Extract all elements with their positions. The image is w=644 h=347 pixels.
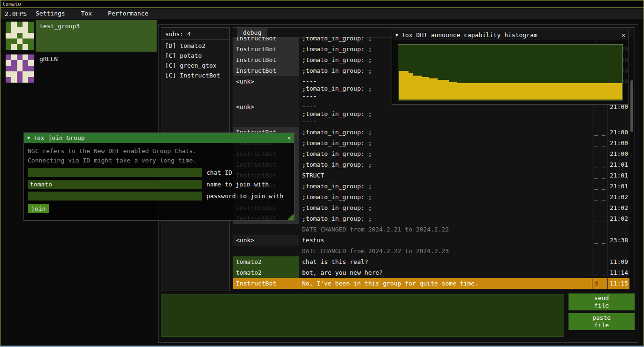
chat-row[interactable]: tomato2bot, are you new here?_ _11:14 xyxy=(233,267,629,278)
resize-grip[interactable] xyxy=(288,214,294,220)
paste-file-button[interactable]: paste file xyxy=(568,313,635,330)
chat-row-system[interactable]: DATE CHANGED from 2024.2.22 to 2024.2.23 xyxy=(233,246,629,256)
tab-debug[interactable]: debug xyxy=(237,28,267,37)
chat-sender: tomato2 xyxy=(233,267,299,278)
chat-scrollbar[interactable] xyxy=(629,37,634,289)
chat-message: ;tomato_in_group: ; xyxy=(299,148,592,159)
join-password-input[interactable] xyxy=(28,192,202,200)
window-title: tomato xyxy=(2,1,21,7)
chat-flags: _ _ xyxy=(592,170,608,181)
avatar-pixel xyxy=(6,54,11,60)
join-fields: chat IDtomatoname to join withpassword t… xyxy=(28,168,290,200)
histogram-bar xyxy=(438,80,449,100)
chat-sender: InstructBot xyxy=(233,37,299,44)
join-name-label: name to join with xyxy=(206,181,269,188)
chat-message: ;tomato_in_group: ; xyxy=(299,213,592,224)
chat-flags: _ _ xyxy=(592,159,608,170)
chat-time: 21:00 xyxy=(608,127,629,138)
avatar-pixel xyxy=(17,60,23,66)
chat-flags: _ _ xyxy=(592,192,608,202)
avatar-pixel xyxy=(28,66,34,71)
chat-flags: _ _ xyxy=(592,267,608,278)
field-row: password to join with xyxy=(28,192,290,200)
chat-row-system[interactable]: DATE CHANGED from 2024.2.21 to 2024.2.22 xyxy=(233,224,629,235)
avatar-pixel xyxy=(17,27,23,33)
chat-id-label: chat ID xyxy=(206,169,232,176)
field-row: chat ID xyxy=(28,168,290,177)
chat-message: ;tomato_in_group: ; xyxy=(299,202,592,213)
histogram-bar xyxy=(409,73,413,100)
avatar-pixel xyxy=(23,66,28,71)
subs-item[interactable]: [C] potato xyxy=(161,51,229,61)
chat-sender xyxy=(233,246,299,256)
menu-item-tox[interactable]: Tox xyxy=(75,8,98,19)
avatar-pixel xyxy=(6,39,11,44)
join-button[interactable]: join xyxy=(28,204,49,213)
chat-row[interactable]: tomato2chat is this real?_ _11:09 xyxy=(233,256,629,267)
avatar-pixel xyxy=(17,44,23,50)
chat-time: 21:01 xyxy=(608,170,629,181)
chat-message: ;tomato_in_group: ; xyxy=(299,138,592,148)
scrollbar-thumb[interactable] xyxy=(630,80,633,132)
join-name-input[interactable]: tomato xyxy=(28,180,202,189)
avatar-pixel xyxy=(28,33,34,39)
chat-sender xyxy=(233,224,299,235)
collapse-arrow-icon[interactable]: ▼ xyxy=(395,32,398,38)
subs-item[interactable]: [C] green_qtox xyxy=(161,61,229,70)
subs-list: [D] tomato2[C] potato[C] green_qtox[C] I… xyxy=(161,40,229,80)
subs-item[interactable]: [C] InstructBot xyxy=(161,70,229,80)
chat-system-text: DATE CHANGED from 2024.2.21 to 2024.2.22 xyxy=(299,224,592,235)
chat-time: 21:00 xyxy=(608,148,629,159)
avatar-pixel xyxy=(17,33,23,39)
message-input[interactable] xyxy=(161,294,564,337)
chat-row[interactable]: <unk>---- ;tomato_in_group: ; ----_ _21:… xyxy=(233,101,629,127)
chat-time: 11:14 xyxy=(608,267,629,278)
avatar-pixel xyxy=(11,22,17,27)
avatar-pixel xyxy=(17,54,23,60)
avatar-pixel xyxy=(11,54,17,60)
menubar: 2.0FPS SettingsToxPerformance xyxy=(0,8,644,19)
join-group-window: ▼ Tox join Group ✕ NGC refers to the New… xyxy=(23,132,295,221)
avatar-pixel xyxy=(23,27,28,33)
menu-item-settings[interactable]: Settings xyxy=(29,8,72,19)
chat-time: 21:01 xyxy=(608,181,629,192)
avatar-pixel xyxy=(6,44,11,50)
window-titlebar[interactable]: tomato xyxy=(0,0,644,8)
avatar-pixel xyxy=(11,39,17,44)
chat-time: 21:02 xyxy=(608,213,629,224)
histogram-window-titlebar[interactable]: ▼ Tox DHT announce capability histogram … xyxy=(392,30,629,40)
chat-message: chat is this real? xyxy=(299,256,592,267)
join-window-titlebar[interactable]: ▼ Tox join Group ✕ xyxy=(24,133,294,143)
chat-time: 21:02 xyxy=(608,192,629,202)
fps-counter: 2.0FPS xyxy=(0,10,29,17)
group-item-test_group3[interactable]: test_group3 xyxy=(4,20,157,52)
avatar-pixel xyxy=(11,44,17,50)
collapse-arrow-icon[interactable]: ▼ xyxy=(27,135,30,140)
avatar-pixel xyxy=(23,77,28,83)
avatar-pixel xyxy=(6,60,11,66)
chat-sender: <unk> xyxy=(233,101,299,127)
avatar-pixel xyxy=(11,71,17,77)
menu-item-performance[interactable]: Performance xyxy=(101,8,155,19)
chat-time: 21:01 xyxy=(608,159,629,170)
chat-time: 21:02 xyxy=(608,202,629,213)
close-icon[interactable]: ✕ xyxy=(621,31,625,39)
group-item-gREEN[interactable]: gREEN xyxy=(4,53,157,85)
send-file-button[interactable]: send file xyxy=(568,293,635,310)
histogram-bar xyxy=(457,83,622,100)
chat-id-input[interactable] xyxy=(28,168,202,177)
avatar-pixel xyxy=(17,22,23,27)
avatar-pixel xyxy=(23,54,28,60)
avatar-pixel xyxy=(11,77,17,83)
avatar-pixel xyxy=(28,71,34,77)
join-window-body: NGC refers to the New DHT enabled Group … xyxy=(24,143,294,213)
chat-row[interactable]: <unk>testus_ _23:38 xyxy=(233,235,629,246)
close-icon[interactable]: ✕ xyxy=(287,134,291,141)
chat-sender: <unk> xyxy=(233,235,299,246)
chat-row[interactable]: InstructBotNo, I've been in this group f… xyxy=(233,278,629,289)
chat-flags: _ _ xyxy=(592,127,608,138)
chat-message: ;tomato_in_group: ; xyxy=(299,181,592,192)
histogram-bar xyxy=(399,71,409,100)
subs-item[interactable]: [D] tomato2 xyxy=(161,41,229,51)
avatar-pixel xyxy=(6,22,11,27)
